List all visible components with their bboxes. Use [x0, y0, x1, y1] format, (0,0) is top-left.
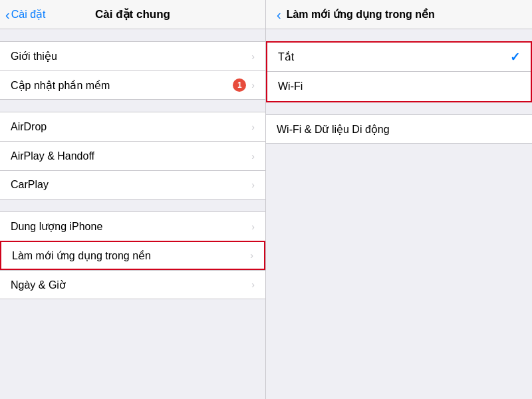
settings-list: Giới thiệu › Cập nhật phần mềm 1 › AirDr…: [0, 29, 265, 399]
left-panel: ‹ Cài đặt Cài đặt chung Giới thiệu › Cập…: [0, 0, 266, 399]
list-item-lam-moi[interactable]: Làm mới ứng dụng trong nền ›: [0, 241, 265, 270]
right-panel: ‹ Làm mới ứng dụng trong nền Tắt ✓ Wi-Fi…: [266, 0, 532, 399]
left-nav-title: Cài đặt chung: [95, 7, 170, 21]
list-item-ngay-gio[interactable]: Ngày & Giờ ›: [0, 270, 265, 299]
section-3: Dung lượng iPhone › Làm mới ứng dụng tro…: [0, 211, 265, 299]
item-label: Cập nhật phần mềm: [11, 79, 233, 92]
list-item-cap-nhat[interactable]: Cập nhật phần mềm 1 ›: [0, 70, 265, 100]
item-label: Làm mới ứng dụng trong nền: [12, 249, 250, 262]
item-label: AirPlay & Handoff: [11, 150, 251, 162]
right-content: Tắt ✓ Wi-Fi Wi-Fi & Dữ liệu Di động: [266, 29, 532, 399]
option-wifi-data[interactable]: Wi-Fi & Dữ liệu Di động: [266, 114, 532, 144]
bottom-option-section: Wi-Fi & Dữ liệu Di động: [266, 114, 532, 144]
list-item-carplay[interactable]: CarPlay ›: [0, 170, 265, 200]
chevron-right-icon: ›: [251, 279, 255, 290]
list-item-dung-luong[interactable]: Dung lượng iPhone ›: [0, 211, 265, 241]
right-nav-bar: ‹ Làm mới ứng dụng trong nền: [266, 0, 532, 29]
item-label: CarPlay: [11, 179, 251, 191]
item-label: Dung lượng iPhone: [11, 220, 251, 233]
item-label: Ngày & Giờ: [11, 279, 251, 291]
chevron-right-icon: ›: [251, 51, 255, 62]
option-label: Wi-Fi & Dữ liệu Di động: [277, 123, 390, 136]
list-item-gioi-thieu[interactable]: Giới thiệu ›: [0, 41, 265, 70]
item-label: AirDrop: [11, 121, 251, 133]
right-nav-title: Làm mới ứng dụng trong nền: [287, 8, 435, 21]
chevron-right-icon: ›: [251, 122, 255, 132]
left-nav-bar: ‹ Cài đặt Cài đặt chung: [0, 0, 265, 29]
update-badge: 1: [233, 78, 246, 92]
chevron-right-icon: ›: [251, 151, 255, 162]
option-label: Tắt: [278, 51, 510, 63]
back-button[interactable]: ‹ Cài đặt: [5, 8, 45, 21]
back-label: Cài đặt: [11, 8, 46, 21]
chevron-right-icon: ›: [250, 250, 253, 261]
chevron-right-icon: ›: [251, 80, 255, 90]
checkmark-icon: ✓: [510, 50, 520, 65]
chevron-right-icon: ›: [251, 221, 255, 232]
section-2: AirDrop › AirPlay & Handoff › CarPlay ›: [0, 112, 265, 200]
right-back-button[interactable]: ‹: [277, 8, 281, 21]
option-wifi[interactable]: Wi-Fi: [267, 72, 531, 101]
option-tat[interactable]: Tắt ✓: [267, 43, 531, 72]
option-label: Wi-Fi: [278, 80, 520, 92]
item-label: Giới thiệu: [11, 50, 251, 63]
list-item-airdrop[interactable]: AirDrop ›: [0, 112, 265, 141]
back-chevron-icon: ‹: [5, 8, 10, 21]
list-item-airplay-handoff[interactable]: AirPlay & Handoff ›: [0, 141, 265, 170]
section-1: Giới thiệu › Cập nhật phần mềm 1 ›: [0, 41, 265, 100]
top-option-group: Tắt ✓ Wi-Fi: [266, 41, 532, 102]
chevron-right-icon: ›: [251, 180, 255, 190]
